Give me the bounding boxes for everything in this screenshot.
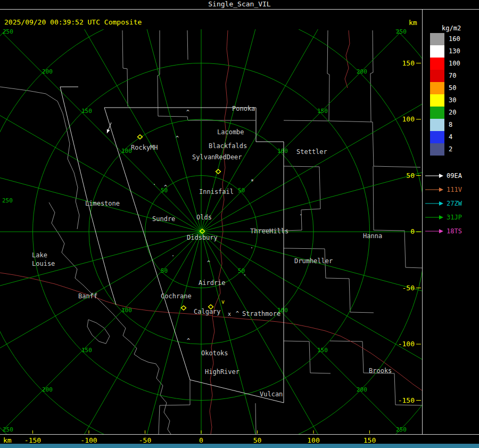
colorbar-entry: 100 bbox=[430, 58, 460, 70]
storm-track-legend-item: 31JP bbox=[425, 210, 462, 224]
vil-colorbar: 16013010070503020842 bbox=[430, 33, 460, 156]
range-ring-label: 200 bbox=[357, 386, 367, 393]
city-label: Ponoka bbox=[232, 105, 255, 112]
town-marker: ^ bbox=[176, 135, 179, 141]
city-label: Didsbury bbox=[187, 234, 218, 241]
range-ring-label: 150 bbox=[317, 347, 328, 354]
city-label: HighRiver bbox=[205, 368, 240, 376]
county-boundary bbox=[49, 202, 171, 434]
right-axis-label: 100 bbox=[402, 115, 415, 123]
city-label: Vulcan bbox=[260, 390, 283, 398]
colorbar-unit-label: kg/m2 bbox=[442, 25, 461, 32]
right-axis-unit: km bbox=[409, 19, 417, 27]
city-label: Sylvan bbox=[192, 153, 215, 161]
range-ring-label: 100 bbox=[121, 307, 132, 314]
colorbar-entry: 4 bbox=[430, 131, 460, 143]
bottom-axis-unit: km bbox=[3, 436, 12, 444]
colorbar-swatch bbox=[430, 94, 444, 107]
storm-track-id: 18TS bbox=[447, 227, 462, 235]
colorbar-entry: 50 bbox=[430, 82, 460, 94]
storm-track-arrow-icon bbox=[425, 173, 443, 179]
storm-track-legend-item: 09EA bbox=[425, 169, 462, 183]
town-marker: * bbox=[251, 178, 254, 184]
range-ring-label: 250 bbox=[2, 197, 13, 204]
county-boundary bbox=[284, 166, 320, 231]
range-ring-label: 200 bbox=[42, 386, 53, 393]
storm-cell-arrow-head bbox=[107, 129, 110, 133]
colorbar-swatch bbox=[430, 58, 444, 70]
town-marker: . bbox=[250, 243, 253, 249]
bottom-axis-label: -100 bbox=[80, 436, 97, 444]
city-label: Banff bbox=[78, 292, 97, 300]
colorbar-value: 30 bbox=[449, 94, 456, 107]
storm-track-legend: 09EA111V27ZW31JP18TS bbox=[425, 169, 462, 238]
range-ring-label: 250 bbox=[3, 29, 13, 35]
city-label: Lacombe bbox=[217, 128, 244, 136]
bottom-axis-label: 0 bbox=[199, 436, 203, 444]
right-axis-label: -50 bbox=[402, 284, 415, 292]
county-boundary bbox=[370, 30, 373, 122]
azimuth-spoke bbox=[128, 29, 201, 232]
colorbar-entry: 70 bbox=[430, 70, 460, 82]
azimuth-spoke bbox=[201, 159, 422, 232]
county-boundary bbox=[373, 166, 422, 268]
bottom-axis-label: 50 bbox=[253, 436, 262, 444]
highway-road bbox=[345, 30, 350, 88]
town-marker: . bbox=[153, 180, 156, 186]
city-label: Okotoks bbox=[201, 349, 228, 357]
town-marker: . bbox=[243, 271, 246, 276]
colorbar-value: 50 bbox=[449, 82, 456, 94]
radar-app-window: Single_Scan_VIL 2025/09/20 00:39:52 UTC … bbox=[0, 0, 479, 448]
storm-track-arrow-icon bbox=[425, 186, 443, 193]
storm-track-arrow-icon bbox=[425, 228, 443, 234]
city-label: Sundre bbox=[152, 215, 175, 223]
colorbar-swatch bbox=[430, 82, 444, 94]
colorbar-entry: 20 bbox=[430, 107, 460, 119]
county-boundary bbox=[159, 380, 190, 434]
right-axis-label: -150 bbox=[398, 396, 415, 404]
right-axis-label: 150 bbox=[402, 59, 415, 67]
colorbar-entry: 130 bbox=[430, 45, 460, 58]
scan-timestamp: 2025/09/20 00:39:52 UTC Composite bbox=[4, 18, 142, 26]
storm-track-id: 111V bbox=[447, 186, 462, 193]
city-label: Brooks bbox=[369, 367, 392, 374]
county-boundary bbox=[329, 121, 420, 167]
town-marker: . bbox=[253, 228, 257, 234]
colorbar-value: 20 bbox=[449, 107, 456, 119]
city-label: Innisfail bbox=[199, 188, 234, 196]
city-label: Blackfalds bbox=[209, 142, 247, 150]
storm-track-id: 31JP bbox=[447, 214, 462, 221]
azimuth-spoke bbox=[128, 232, 201, 434]
colorbar-swatch bbox=[430, 143, 444, 156]
range-ring-label: 100 bbox=[277, 148, 288, 154]
range-ring-label: 50 bbox=[161, 267, 168, 274]
storm-track-id: 27ZW bbox=[447, 200, 462, 207]
city-label: Lake bbox=[32, 251, 47, 259]
radar-site-marker bbox=[216, 169, 221, 174]
range-ring-label: 150 bbox=[317, 108, 328, 115]
colorbar-entry: 8 bbox=[430, 119, 460, 131]
city-label: Stettler bbox=[296, 148, 327, 156]
colorbar-value: 70 bbox=[449, 70, 456, 82]
panel-divider-line bbox=[422, 10, 423, 434]
storm-track-legend-item: 18TS bbox=[425, 224, 462, 238]
colorbar-value: 160 bbox=[449, 33, 460, 45]
county-boundary bbox=[187, 30, 188, 60]
colorbar-swatch bbox=[430, 70, 444, 82]
city-label: Strathmore bbox=[242, 310, 280, 317]
map-bottom-divider-line bbox=[0, 434, 479, 435]
titlebar: Single_Scan_VIL bbox=[0, 0, 479, 10]
azimuth-spoke bbox=[61, 29, 201, 232]
range-ring-label: 200 bbox=[42, 68, 53, 75]
town-marker: ^ bbox=[187, 338, 190, 344]
radar-map-display[interactable]: 2502001501005025020015010050250200150100… bbox=[0, 29, 422, 434]
bottom-status-strip bbox=[0, 444, 479, 448]
colorbar-value: 4 bbox=[449, 131, 452, 143]
city-label: Cochrane bbox=[161, 292, 192, 300]
county-boundary bbox=[284, 341, 331, 373]
azimuth-spoke bbox=[201, 232, 274, 434]
range-ring-label: 50 bbox=[238, 187, 245, 194]
storm-track-id: 09EA bbox=[447, 172, 462, 180]
radar-coverage-outline bbox=[60, 87, 116, 305]
colorbar-value: 130 bbox=[449, 45, 460, 58]
